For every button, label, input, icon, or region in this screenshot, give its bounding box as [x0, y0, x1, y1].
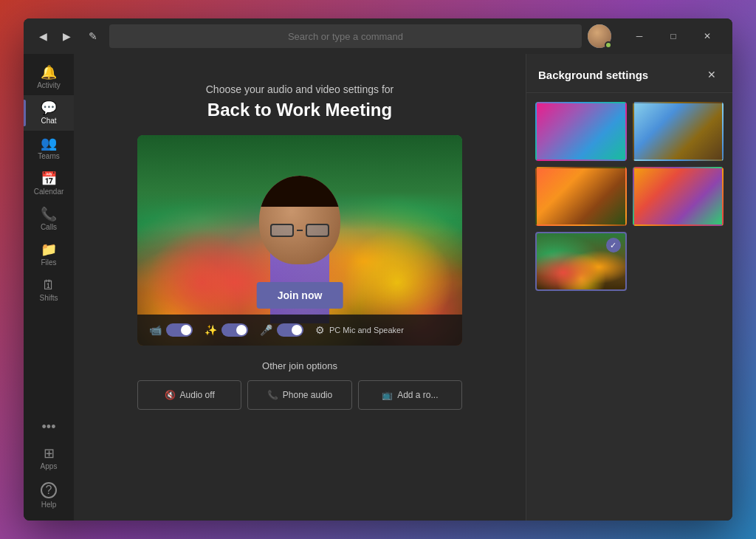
person-head	[259, 176, 340, 264]
forward-button[interactable]: ▶	[56, 26, 77, 47]
main-content: 🔔 Activity 💬 Chat 👥 Teams 📅 Calendar 📞 C…	[24, 54, 732, 521]
calls-icon: 📞	[41, 207, 57, 221]
sidebar-label-teams: Teams	[38, 152, 59, 160]
more-button[interactable]: •••	[42, 413, 56, 441]
video-preview: Join now 📹 ✨	[137, 135, 462, 346]
sidebar-item-calls[interactable]: 📞 Calls	[24, 202, 74, 237]
phone-audio-label: Phone audio	[283, 390, 332, 400]
join-options-buttons: 🔇 Audio off 📞 Phone audio 📺 Add a ro...	[137, 380, 462, 410]
sidebar-label-activity: Activity	[37, 81, 61, 89]
page-content: Choose your audio and video settings for…	[74, 54, 526, 521]
join-now-button[interactable]: Join now	[257, 282, 343, 309]
audio-off-icon: 🔇	[165, 390, 176, 400]
bg-panel-header: Background settings ✕	[526, 54, 732, 93]
meeting-setup: Choose your audio and video settings for…	[74, 54, 526, 521]
meeting-title: Back to Work Meeting	[206, 100, 394, 120]
effects-icon: ✨	[205, 324, 217, 336]
effects-toggle[interactable]	[221, 323, 248, 337]
sidebar-label-calls: Calls	[41, 223, 57, 231]
shifts-icon: 🗓	[42, 278, 55, 292]
teams-icon: 👥	[41, 137, 57, 150]
files-icon: 📁	[41, 243, 57, 256]
phone-audio-icon: 📞	[267, 390, 278, 400]
video-toggle[interactable]	[166, 323, 193, 337]
nav-buttons: ◀ ▶	[32, 26, 77, 47]
add-room-icon: 📺	[382, 390, 393, 400]
apps-icon: ⊞	[44, 447, 55, 460]
phone-audio-button[interactable]: 📞 Phone audio	[247, 380, 351, 410]
sidebar-item-chat[interactable]: 💬 Chat	[24, 95, 74, 131]
sidebar-item-help[interactable]: ? Help	[24, 476, 74, 515]
bg-thumbnail-mountain[interactable]	[633, 102, 724, 161]
calendar-icon: 📅	[41, 172, 57, 185]
sidebar-label-help: Help	[41, 501, 57, 509]
video-toggle-knob	[181, 325, 191, 335]
sidebar: 🔔 Activity 💬 Chat 👥 Teams 📅 Calendar 📞 C…	[24, 54, 74, 521]
maximize-button[interactable]: □	[657, 24, 690, 48]
app-window: ◀ ▶ ✎ ─ □ ✕ 🔔 Activity 💬 Chat	[24, 18, 732, 521]
sidebar-label-chat: Chat	[41, 117, 56, 125]
glasses-left	[270, 224, 294, 237]
status-badge	[605, 41, 612, 49]
sidebar-item-apps[interactable]: ⊞ Apps	[24, 441, 74, 476]
sidebar-label-shifts: Shifts	[39, 294, 58, 302]
bg-close-button[interactable]: ✕	[703, 66, 721, 83]
sidebar-label-files: Files	[41, 258, 56, 267]
effects-toggle-knob	[236, 325, 247, 335]
back-button[interactable]: ◀	[32, 26, 53, 47]
meeting-header: Choose your audio and video settings for…	[206, 83, 394, 120]
join-options: Other join options 🔇 Audio off 📞 Phone a…	[137, 360, 462, 410]
add-room-label: Add a ro...	[397, 390, 438, 400]
close-button[interactable]: ✕	[691, 24, 724, 48]
search-input[interactable]	[109, 24, 582, 48]
bg-thumbnail-grid: ✓	[526, 93, 732, 300]
chat-icon: 💬	[41, 101, 57, 114]
audio-settings: ⚙ PC Mic and Speaker	[315, 324, 404, 336]
selected-check-icon: ✓	[606, 238, 621, 253]
activity-icon: 🔔	[41, 66, 57, 79]
mic-toggle-knob	[292, 325, 302, 335]
audio-off-button[interactable]: 🔇 Audio off	[137, 380, 241, 410]
person-glasses	[270, 223, 329, 238]
sidebar-item-teams[interactable]: 👥 Teams	[24, 131, 74, 166]
mic-toggle[interactable]	[277, 323, 303, 337]
sidebar-item-activity[interactable]: 🔔 Activity	[24, 60, 74, 95]
bg-panel-title: Background settings	[538, 69, 648, 81]
mic-control: 🎤	[260, 323, 303, 337]
bg-thumbnail-fantasy[interactable]	[633, 167, 724, 226]
sidebar-label-calendar: Calendar	[34, 188, 64, 196]
settings-icon: ⚙	[315, 324, 325, 336]
bg-thumbnail-galaxy[interactable]	[535, 102, 627, 161]
sidebar-item-shifts[interactable]: 🗓 Shifts	[24, 272, 74, 308]
bg-thumbnail-autumn[interactable]	[535, 167, 627, 226]
bg-thumbnail-garden[interactable]: ✓	[535, 232, 627, 291]
sidebar-item-files[interactable]: 📁 Files	[24, 237, 74, 272]
help-icon: ?	[41, 482, 57, 498]
video-control: 📹	[149, 323, 193, 337]
effects-control: ✨	[205, 323, 248, 337]
mic-icon: 🎤	[260, 324, 272, 336]
video-icon: 📹	[149, 324, 162, 336]
audio-label: PC Mic and Speaker	[329, 326, 404, 334]
glasses-bridge	[297, 230, 302, 231]
join-options-label: Other join options	[137, 360, 462, 371]
meeting-subtitle: Choose your audio and video settings for	[206, 83, 394, 95]
avatar[interactable]	[588, 24, 611, 48]
compose-button[interactable]: ✎	[83, 26, 103, 47]
controls-bar: 📹 ✨ 🎤	[137, 315, 462, 346]
window-controls: ─ □ ✕	[623, 24, 724, 48]
sidebar-item-calendar[interactable]: 📅 Calendar	[24, 166, 74, 202]
person-hair	[259, 176, 340, 207]
title-bar: ◀ ▶ ✎ ─ □ ✕	[24, 18, 732, 54]
sidebar-label-apps: Apps	[41, 462, 58, 470]
glasses-right	[306, 224, 329, 237]
minimize-button[interactable]: ─	[623, 24, 656, 48]
audio-off-label: Audio off	[180, 390, 215, 400]
add-room-button[interactable]: 📺 Add a ro...	[358, 380, 462, 410]
background-settings-panel: Background settings ✕ ✓	[526, 54, 732, 521]
